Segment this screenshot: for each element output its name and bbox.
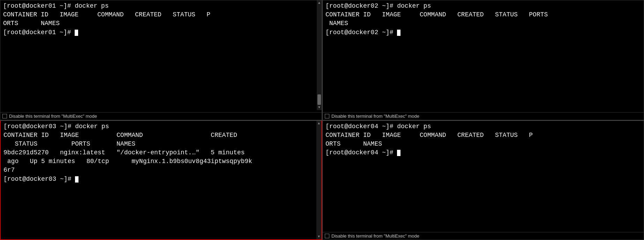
scroll-down-arrow-3[interactable]: ▼ bbox=[318, 235, 320, 239]
terminal-output-2: [root@docker02 ~]# docker ps CONTAINER I… bbox=[323, 0, 644, 112]
scrollbar-3[interactable]: ▲ ▼ bbox=[316, 121, 321, 240]
multiexec-checkbox-2[interactable] bbox=[325, 114, 329, 118]
footer-label-2: Disable this terminal from "MultiExec" m… bbox=[331, 114, 419, 119]
scroll-up-arrow-3[interactable]: ▲ bbox=[318, 122, 320, 125]
terminal-output-4: [root@docker04 ~]# docker ps CONTAINER I… bbox=[323, 121, 644, 232]
terminal-footer-4: Disable this terminal from "MultiExec" m… bbox=[323, 232, 644, 240]
scroll-thumb-1[interactable] bbox=[317, 94, 321, 105]
terminal-panel-2[interactable]: [root@docker02 ~]# docker ps CONTAINER I… bbox=[322, 0, 644, 120]
multiexec-checkbox-4[interactable] bbox=[325, 234, 329, 238]
footer-label-4: Disable this terminal from "MultiExec" m… bbox=[331, 233, 419, 239]
scroll-up-arrow-1[interactable]: ▲ bbox=[318, 1, 320, 5]
terminal-panel-3[interactable]: [root@docker03 ~]# docker ps CONTAINER I… bbox=[0, 120, 322, 240]
terminal-footer-2: Disable this terminal from "MultiExec" m… bbox=[323, 112, 644, 120]
terminal-panel-1[interactable]: [root@docker01 ~]# docker ps CONTAINER I… bbox=[0, 0, 322, 120]
terminal-footer-1: Disable this terminal from "MultiExec" m… bbox=[0, 112, 322, 120]
multiexec-checkbox-1[interactable] bbox=[2, 114, 7, 118]
footer-label-1: Disable this terminal from "MultiExec" m… bbox=[9, 114, 97, 119]
scroll-down-arrow-1[interactable]: ▼ bbox=[318, 106, 320, 109]
terminals-grid: [root@docker01 ~]# docker ps CONTAINER I… bbox=[0, 0, 644, 240]
terminal-output-3: [root@docker03 ~]# docker ps CONTAINER I… bbox=[1, 121, 321, 240]
scrollbar-1[interactable]: ▲ ▼ bbox=[317, 0, 322, 110]
terminal-panel-4[interactable]: [root@docker04 ~]# docker ps CONTAINER I… bbox=[322, 120, 644, 240]
terminal-output-1: [root@docker01 ~]# docker ps CONTAINER I… bbox=[0, 0, 322, 112]
